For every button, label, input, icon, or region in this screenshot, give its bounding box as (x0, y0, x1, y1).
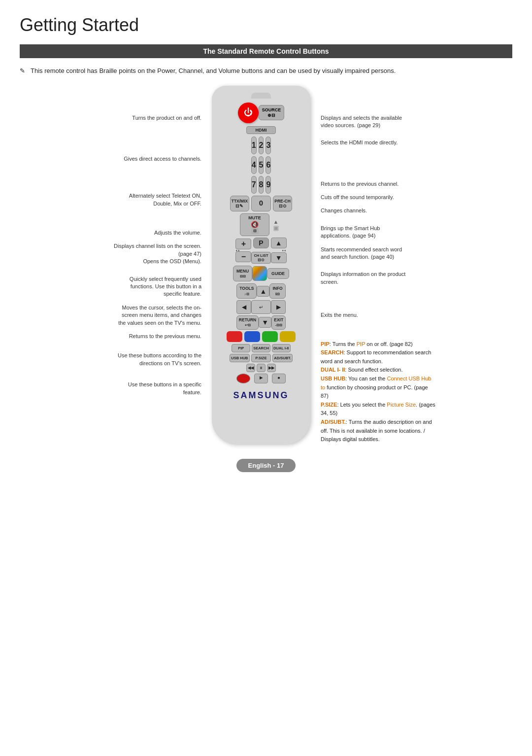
ann-exit-r: Exits the menu. (317, 310, 436, 320)
btn-5[interactable]: 5 (259, 156, 264, 174)
right-annotations: Displays and selects the availablevideo … (313, 86, 436, 444)
nav-enter-button[interactable]: ↵ (251, 300, 271, 314)
power-source-row: ⏻ SOURCE⊕⊟ (235, 103, 288, 123)
btn-1[interactable]: 1 (251, 137, 257, 154)
mute-label: MUTE (248, 215, 261, 221)
exit-button[interactable]: EXIT-⊟⊟ (271, 315, 286, 330)
ann-channels: Gives direct access to channels. (96, 154, 205, 164)
mute-icon: 🔇 (251, 221, 259, 229)
btn-0[interactable]: 0 (251, 196, 271, 211)
ann-cursor: Moves the cursor, selects the on-screen … (96, 303, 205, 328)
ann-tools: Quickly select frequently usedfunctions.… (96, 275, 205, 299)
ttx-mix-button[interactable]: TTX/MIX⊟✎ (230, 196, 250, 211)
section-header: The Standard Remote Control Buttons (20, 44, 512, 58)
pause-button[interactable]: II (257, 364, 266, 372)
dual-label-text: DUAL I- II (321, 367, 345, 373)
transport-row: ◀◀ II ▶▶ (246, 364, 276, 372)
nav-up-button[interactable]: ▲ (257, 286, 269, 297)
btn-d[interactable] (280, 331, 296, 342)
pre-ch-button[interactable]: PRE-CH⊟⊙ (273, 196, 293, 211)
rew-button[interactable]: ◀◀ (246, 364, 255, 372)
numpad: 1 2 3 4 5 6 7 8 9 (251, 137, 271, 194)
btn-8[interactable]: 8 (259, 176, 264, 194)
bottom-right-annotations: PIP: Turns the PIP on or off. (page 82) … (317, 340, 436, 444)
btn-7[interactable]: 7 (251, 176, 257, 194)
power-button[interactable]: ⏻ (238, 103, 259, 123)
remote-top-bump (251, 93, 271, 99)
play-row: ▶ ■ (236, 374, 286, 383)
p-size-link: Picture Size (387, 402, 416, 408)
tools-info-row: TOOLS♪⊟ ▲ INFOℹ⊟ (234, 283, 287, 299)
braille-dots-left: •• (235, 248, 240, 253)
search-button[interactable]: SEARCH (252, 344, 270, 352)
p-size-desc: : Lets you select the (337, 402, 387, 408)
return-button[interactable]: RETURN↩⊟ (236, 315, 259, 330)
ff-button[interactable]: ▶▶ (267, 364, 276, 372)
ch-down-button[interactable]: ▼ (271, 252, 287, 263)
intro-text: This remote control has Braille points o… (20, 66, 512, 76)
ann-info-r: Displays information on the productscree… (317, 270, 436, 287)
p-chlist-area: P CH LIST⊟⊙ (251, 238, 270, 264)
ch-up-button[interactable]: ▲ (271, 238, 287, 248)
dual-button[interactable]: DUAL I-II (272, 344, 291, 352)
ann-source-r: Displays and selects the availablevideo … (317, 113, 436, 131)
pip-desc: : Turns the (330, 341, 357, 347)
ann-abcd: Use these buttons according to thedirect… (96, 351, 205, 368)
usb-row: USB HUB P.SIZE AD/SUBT. (230, 354, 293, 362)
ann-hdmi-r: Selects the HDMI mode directly. (317, 138, 436, 147)
ann-chlist: Displays channel lists on the screen.(pa… (96, 241, 205, 266)
source-button[interactable]: SOURCE⊕⊟ (259, 105, 285, 121)
dual-desc: : Sound effect selection. (345, 367, 402, 373)
menu-button[interactable]: MENU⊟⊟ (233, 266, 252, 282)
tools-button[interactable]: TOOLS♪⊟ (236, 283, 257, 299)
p-size-button[interactable]: P.SIZE (251, 354, 271, 362)
btn-c[interactable] (262, 331, 278, 342)
return-exit-row: RETURN↩⊟ ▼ EXIT-⊟⊟ (234, 315, 288, 330)
pip-row: PIP SEARCH DUAL I-II (232, 344, 290, 352)
stop-button[interactable]: ■ (272, 374, 286, 383)
nav-left-button[interactable]: ◀ (236, 300, 251, 314)
play-button[interactable]: ▶ (254, 374, 268, 383)
ch-list-button[interactable]: CH LIST⊟⊙ (251, 252, 270, 264)
btn-9[interactable]: 9 (266, 176, 271, 194)
samsung-logo: SAMSUNG (233, 390, 289, 401)
usb-hub-button[interactable]: USB HUB (230, 354, 250, 362)
ann-ch-change-r: Changes channels. (317, 206, 436, 215)
ann-search-r: Starts recommended search wordand search… (317, 245, 436, 262)
nav-right-button[interactable]: ▶ (271, 300, 286, 314)
rec-button[interactable] (236, 374, 250, 383)
btn-b[interactable] (244, 331, 260, 342)
info-button[interactable]: INFOℹ⊟ (269, 283, 285, 299)
btn-6[interactable]: 6 (266, 156, 271, 174)
mute-button[interactable]: MUTE 🔇 ⊟ (240, 213, 269, 236)
remote: ⏻ SOURCE⊕⊟ HDMI 1 2 3 4 5 6 7 8 9 TTX/MI… (212, 86, 310, 444)
usb-hub-desc: : You can set the (345, 376, 387, 381)
mute-sub: ⊟ (251, 228, 259, 234)
abcd-row (227, 331, 296, 342)
hdmi-label: HDMI (246, 126, 276, 134)
pip-link: PIP (357, 341, 366, 347)
btn-3[interactable]: 3 (266, 137, 271, 154)
remote-container: ⏻ SOURCE⊕⊟ HDMI 1 2 3 4 5 6 7 8 9 TTX/MI… (209, 86, 313, 444)
vol-ch-area: •• + − P CH LIST⊟⊙ ▲ ▼ •• (233, 238, 288, 264)
ttx-row: TTX/MIX⊟✎ 0 PRE-CH⊟⊙ (230, 196, 293, 211)
smart-hub-button[interactable] (252, 266, 267, 281)
usb-hub-desc2: function by choosing product or PC. (pag… (321, 384, 428, 399)
ann-mute-r: Cuts off the sound temporarily. (317, 193, 436, 202)
bottom-bar: English - 17 (20, 459, 512, 472)
ann-teletext: Alternately select Teletext ON,Double, M… (96, 191, 205, 208)
pip-button[interactable]: PIP (232, 344, 250, 352)
btn-a[interactable] (227, 331, 242, 342)
nav-down-button[interactable]: ▼ (259, 317, 271, 328)
braille-dots-right: •• (282, 248, 287, 253)
ann-volume: Adjusts the volume. (96, 228, 205, 238)
guide-button[interactable]: GUIDE (267, 268, 289, 279)
btn-2[interactable]: 2 (259, 137, 264, 154)
ann-specific: Use these buttons in a specificfeature. (96, 380, 205, 397)
p-button[interactable]: P (253, 238, 269, 248)
left-annotations: Turns the product on and off. Gives dire… (96, 86, 209, 444)
btn-4[interactable]: 4 (251, 156, 257, 174)
ad-subt-button[interactable]: AD/SUBT. (272, 354, 293, 362)
ch-up-indicator: ▲⊟ (273, 219, 279, 231)
ann-smart-hub-r: Brings up the Smart Hubapplications. (pa… (317, 224, 436, 241)
